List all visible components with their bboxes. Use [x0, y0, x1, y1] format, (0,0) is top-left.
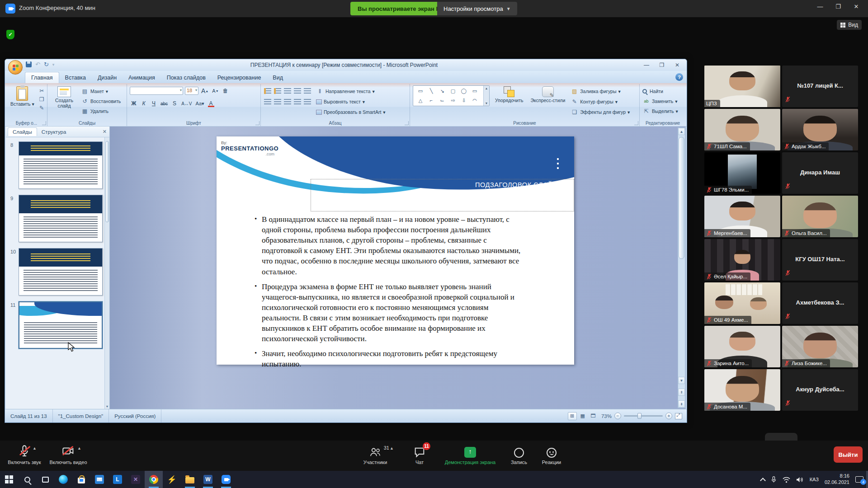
participant-tile[interactable]: КГУ ОШ17 Ната... — [782, 239, 858, 281]
grow-font-button[interactable]: А▲ — [200, 87, 209, 95]
italic-button[interactable]: К — [140, 99, 148, 108]
tab-Показ слайдов[interactable]: Показ слайдов — [161, 72, 212, 83]
slide-body-text[interactable]: В одиннадцатом классе на первый план – и… — [254, 214, 521, 374]
ppt-minimize-button[interactable]: — — [642, 62, 651, 68]
store-icon[interactable] — [72, 471, 90, 488]
slide-thumbnail-9[interactable] — [19, 195, 103, 242]
shape-outline-button[interactable]: ✎Контур фигуры ▾ — [571, 97, 630, 106]
align-text-button[interactable]: Выровнять текст ▾ — [316, 97, 386, 106]
edge-icon[interactable] — [54, 471, 72, 488]
tab-outline[interactable]: Структура — [37, 128, 71, 136]
participant-tile[interactable]: Ахметбекова З... — [782, 282, 858, 324]
participant-tile[interactable]: ЦПЗ — [704, 66, 780, 107]
participant-tile[interactable]: ОШ 49 Ахме... — [704, 282, 780, 324]
help-icon[interactable]: ? — [675, 73, 683, 81]
normal-view-button[interactable]: ⊞ — [568, 412, 577, 420]
scroll-up-icon[interactable]: ▲ — [678, 128, 685, 135]
bullets-icon[interactable] — [264, 88, 271, 94]
new-slide-button[interactable]: Создать слайд — [50, 85, 78, 116]
reset-button[interactable]: ↺Восстановить — [81, 97, 121, 106]
columns-icon[interactable] — [304, 99, 311, 105]
font-size-select[interactable]: 18 — [185, 87, 198, 95]
arrange-button[interactable]: Упорядочить — [493, 85, 525, 104]
text-direction-button[interactable]: ⫴Направление текста ▾ — [316, 87, 386, 96]
participant-tile[interactable]: №107 лицей К... — [782, 66, 858, 107]
ppt-restore-button[interactable]: ❐ — [658, 62, 666, 68]
network-icon[interactable] — [783, 476, 790, 483]
shrink-font-button[interactable]: А▼ — [211, 87, 219, 95]
security-shield-icon[interactable]: ✓ — [6, 30, 14, 39]
find-button[interactable]: Найти — [642, 87, 683, 95]
language-indicator[interactable]: Русский (Россия) — [109, 409, 161, 422]
leave-button[interactable]: Выйти — [834, 446, 863, 463]
video-options-chevron[interactable]: ▲ — [77, 446, 81, 450]
decrease-indent-icon[interactable] — [284, 88, 291, 94]
clear-formatting-button[interactable]: 🗑 — [222, 87, 230, 95]
slide-thumbnail-10[interactable] — [19, 248, 103, 296]
panel-scroll-down-icon[interactable]: ▼ — [105, 405, 109, 408]
zoom-slider[interactable] — [624, 415, 663, 417]
scroll-thumb[interactable] — [679, 137, 684, 259]
shape-fill-button[interactable]: ▨Заливка фигуры ▾ — [571, 87, 630, 96]
participant-tile[interactable]: 71ШЛ Сама... — [704, 109, 780, 150]
record-button[interactable]: Запись — [506, 445, 532, 465]
align-center-icon[interactable] — [274, 99, 281, 105]
previous-slide-button[interactable]: ⇞ — [678, 389, 685, 396]
theme-name[interactable]: "1_Custom Design" — [53, 409, 109, 422]
participant-tile[interactable]: Динара Имаш — [782, 152, 858, 194]
numbering-icon[interactable] — [274, 88, 281, 94]
copy-icon[interactable]: ❐ — [38, 96, 46, 103]
tray-expand-icon[interactable] — [760, 478, 766, 483]
paste-button[interactable]: Вставить ▾ — [9, 85, 36, 112]
cut-icon[interactable]: ✂ — [38, 87, 46, 94]
next-slide-button[interactable]: ⇟ — [678, 400, 685, 408]
font-color-button[interactable]: А — [207, 99, 215, 108]
zoom-in-button[interactable]: + — [665, 413, 672, 419]
participant-tile[interactable]: Мергенбаев... — [704, 196, 780, 237]
tray-mic-icon[interactable] — [771, 476, 777, 483]
zoom-out-button[interactable]: − — [614, 413, 621, 419]
format-painter-icon[interactable]: ✎ — [38, 104, 46, 112]
reactions-button[interactable]: Реакции — [538, 445, 565, 465]
tab-Рецензирование[interactable]: Рецензирование — [212, 72, 267, 83]
align-right-icon[interactable] — [284, 99, 291, 105]
start-video-button[interactable]: ▲ Включить видео — [47, 445, 90, 465]
smartart-button[interactable]: Преобразовать в SmartArt ▾ — [316, 108, 386, 117]
underline-button[interactable]: Ч — [150, 99, 158, 108]
layout-button[interactable]: ▤Макет ▾ — [81, 87, 121, 96]
view-button[interactable]: Вид — [837, 20, 862, 30]
participant-tile[interactable]: ШГ78 Эльми... — [704, 152, 780, 194]
drawing-dialog-launcher[interactable] — [634, 121, 638, 125]
redo-button[interactable]: ↻ — [44, 61, 49, 68]
participant-tile[interactable]: Зарина Аито... — [704, 326, 780, 367]
task-view-icon[interactable] — [36, 471, 54, 488]
scroll-down-icon[interactable]: ▼ — [678, 377, 685, 384]
app-x-icon[interactable]: ✕ — [127, 471, 145, 488]
tab-slides[interactable]: Слайды — [8, 127, 37, 136]
participant-tile[interactable]: Ольга Васил... — [782, 196, 858, 237]
mic-options-chevron[interactable]: ▲ — [33, 446, 37, 450]
font-dialog-launcher[interactable] — [255, 121, 259, 125]
shapes-scrollbar[interactable]: ▲▼ — [483, 86, 489, 106]
current-slide[interactable]: By: PRESENTATIONGO .com ПОДЗАГОЛОВОК СЛА… — [217, 136, 574, 365]
maximize-button[interactable]: ❐ — [829, 0, 847, 13]
bold-button[interactable]: Ж — [130, 99, 138, 108]
justify-icon[interactable] — [294, 99, 301, 105]
undo-button[interactable]: ↶ — [35, 61, 40, 68]
language-indicator[interactable]: КАЗ — [810, 477, 819, 482]
zoom-icon[interactable] — [217, 471, 235, 488]
participant-tile[interactable]: Ардак Жыкб... — [782, 109, 858, 150]
show-desktop-button[interactable] — [866, 471, 868, 488]
tab-Вставка[interactable]: Вставка — [59, 72, 92, 83]
tab-Главная[interactable]: Главная — [25, 72, 59, 83]
participant-tile[interactable]: Досанова М... — [704, 369, 780, 411]
lightning-icon[interactable]: ⚡ — [163, 471, 181, 488]
delete-slide-button[interactable]: ▦Удалить — [81, 107, 121, 116]
font-name-select[interactable] — [130, 87, 183, 95]
panel-scrollbar[interactable]: ▼ — [104, 137, 109, 409]
save-button[interactable] — [26, 61, 32, 67]
canvas-scrollbar[interactable]: ▲ ▼ ⇞ ⇟ — [678, 127, 685, 408]
quick-styles-button[interactable]: Экспресс-стили — [528, 85, 567, 104]
close-button[interactable]: ✕ — [847, 0, 865, 13]
char-spacing-button[interactable]: A↔V — [180, 99, 193, 108]
